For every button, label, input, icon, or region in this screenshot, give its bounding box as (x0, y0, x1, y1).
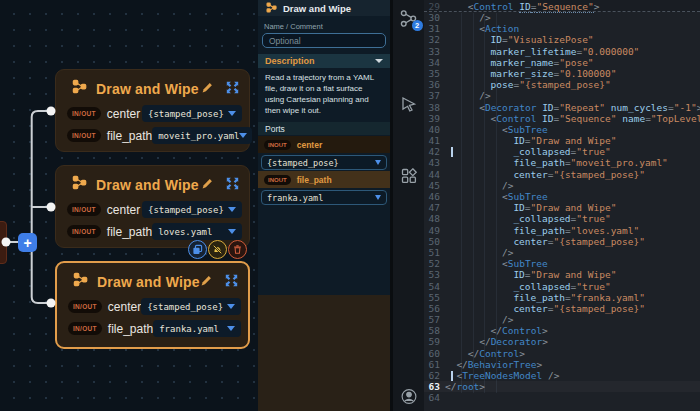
line-number[interactable]: 37 (424, 90, 445, 101)
code-line[interactable]: 46<SubTree (424, 191, 700, 202)
line-number[interactable]: 36 (424, 79, 445, 90)
line-number[interactable]: 29 (424, 0, 445, 13)
expand-subtree-icon[interactable] (226, 176, 239, 194)
line-number[interactable]: 32 (424, 34, 445, 45)
code-line[interactable]: 33marker_lifetime="0.000000" (424, 46, 700, 57)
edit-pencil-icon[interactable] (200, 273, 213, 291)
line-number[interactable]: 46 (424, 191, 445, 202)
delete-node-button[interactable] (228, 240, 247, 259)
sticky-context-line[interactable]: 29<Control ID="Sequence"> (424, 0, 700, 12)
code-line[interactable]: 40<SubTree (424, 124, 700, 135)
code-line[interactable]: 41ID="Draw and Wipe" (424, 135, 700, 146)
port-value-dropdown[interactable]: {stamped_pose} (142, 201, 242, 218)
port-value-dropdown[interactable]: {stamped_pose} (261, 155, 387, 170)
line-number[interactable]: 34 (424, 57, 445, 68)
line-number[interactable]: 61 (424, 359, 445, 370)
code-line[interactable]: 32ID="VisualizePose" (424, 34, 700, 45)
node-draw-and-wipe-3[interactable]: Draw and Wipe IN/OUT center {stamped_pos… (55, 261, 250, 349)
port-value-dropdown[interactable]: franka.yaml (153, 320, 241, 337)
port-value-dropdown[interactable]: loves.yaml (152, 223, 242, 240)
name-comment-input[interactable] (262, 33, 386, 48)
line-number[interactable]: 40 (424, 124, 445, 135)
code-line[interactable]: 51/> (424, 247, 700, 258)
port-value-dropdown[interactable]: moveit_pro.yaml (152, 127, 252, 144)
code-line[interactable]: 37/> (424, 90, 700, 101)
line-number[interactable]: 38 (424, 102, 445, 113)
port-row-file-path[interactable]: INOUT file_path (258, 171, 390, 188)
line-number[interactable]: 56 (424, 303, 445, 314)
code-line[interactable]: 59</Decorator> (424, 336, 700, 347)
line-number[interactable]: 52 (424, 258, 445, 269)
code-line[interactable]: 58</Control> (424, 325, 700, 336)
node-draw-and-wipe-1[interactable]: Draw and Wipe IN/OUT center {stamped_pos… (55, 69, 250, 152)
code-line[interactable]: 30/> (424, 12, 700, 23)
expand-subtree-icon[interactable] (226, 80, 239, 98)
line-number[interactable]: 55 (424, 292, 445, 303)
line-number[interactable]: 62 (424, 370, 445, 381)
line-number[interactable]: 47 (424, 202, 445, 213)
code-area[interactable]: 29<Control ID="Sequence"> 30/>31<Action3… (424, 0, 700, 411)
code-line[interactable]: 60</Control> (424, 348, 700, 359)
add-child-button[interactable]: + (18, 233, 37, 252)
line-number[interactable]: 30 (424, 12, 445, 23)
line-number[interactable]: 50 (424, 236, 445, 247)
code-line[interactable]: 49file_path="loves.yaml" (424, 225, 700, 236)
line-number[interactable]: 59 (424, 336, 445, 347)
account-icon[interactable] (400, 388, 417, 409)
line-number[interactable]: 64 (424, 392, 445, 403)
expand-subtree-icon[interactable] (225, 273, 238, 291)
code-line[interactable]: 57/> (424, 314, 700, 325)
line-number[interactable]: 57 (424, 314, 445, 325)
node-draw-and-wipe-2[interactable]: Draw and Wipe IN/OUT center {stamped_pos… (55, 165, 250, 248)
code-line[interactable]: 47ID="Draw and Wipe" (424, 202, 700, 213)
line-number[interactable]: 51 (424, 247, 445, 258)
node-canvas[interactable]: + Draw and Wipe IN/OUT center {stamped (0, 0, 258, 411)
code-line[interactable]: 64 (424, 392, 700, 403)
line-number[interactable]: 35 (424, 68, 445, 79)
trees-icon[interactable]: 2 (397, 6, 421, 30)
code-line[interactable]: 63</root> (424, 381, 700, 392)
code-line[interactable]: 50center="{stamped_pose}" (424, 236, 700, 247)
line-number[interactable]: 63 (424, 381, 445, 392)
description-section-header[interactable]: Description (258, 54, 390, 68)
code-line[interactable]: 44center="{stamped_pose}" (424, 169, 700, 180)
mute-node-button[interactable] (208, 240, 227, 259)
code-line[interactable]: 35marker_size="0.100000" (424, 68, 700, 79)
line-number[interactable]: 60 (424, 348, 445, 359)
line-number[interactable]: 54 (424, 281, 445, 292)
code-line[interactable]: 48_collapsed="true" (424, 213, 700, 224)
line-number[interactable]: 53 (424, 269, 445, 280)
port-value-dropdown[interactable]: {stamped_pose} (142, 105, 242, 122)
code-line[interactable]: 36pose="{stamped_pose}" (424, 79, 700, 90)
code-line[interactable]: 39<Control ID="Sequence" name="TopLevelS… (424, 113, 700, 124)
line-number[interactable]: 39 (424, 113, 445, 124)
line-number[interactable]: 58 (424, 325, 445, 336)
port-value-dropdown[interactable]: franka.yaml (261, 190, 387, 205)
code-line[interactable]: 61</BehaviorTree> (424, 359, 700, 370)
line-number[interactable]: 31 (424, 23, 445, 34)
line-number[interactable]: 43 (424, 157, 445, 168)
code-line[interactable]: 53ID="Draw and Wipe" (424, 269, 700, 280)
line-number[interactable]: 41 (424, 135, 445, 146)
code-line[interactable]: 38<Decorator ID="Repeat" num_cycles="-1"… (424, 102, 700, 113)
code-line[interactable]: 31<Action (424, 23, 700, 34)
code-line[interactable]: 45/> (424, 180, 700, 191)
code-line[interactable]: 55file_path="franka.yaml" (424, 292, 700, 303)
port-row-center[interactable]: INOUT center (258, 136, 390, 153)
code-line[interactable]: 42_collapsed="true" (424, 146, 700, 157)
copy-node-button[interactable] (188, 240, 207, 259)
edit-pencil-icon[interactable] (201, 176, 214, 194)
pointer-tool-icon[interactable] (397, 92, 421, 116)
line-number[interactable]: 42 (424, 146, 445, 157)
port-value-dropdown[interactable]: {stamped_pose} (141, 298, 241, 315)
line-number[interactable]: 44 (424, 169, 445, 180)
line-number[interactable]: 33 (424, 46, 445, 57)
models-grid-icon[interactable] (397, 164, 421, 188)
code-line[interactable]: 52<SubTree (424, 258, 700, 269)
code-line[interactable]: 62<TreeNodesModel /> (424, 370, 700, 381)
line-number[interactable]: 45 (424, 180, 445, 191)
parent-node-stub[interactable] (0, 221, 7, 264)
line-number[interactable]: 49 (424, 225, 445, 236)
code-line[interactable]: 56center="{stamped_pose}" (424, 303, 700, 314)
line-number[interactable]: 48 (424, 213, 445, 224)
